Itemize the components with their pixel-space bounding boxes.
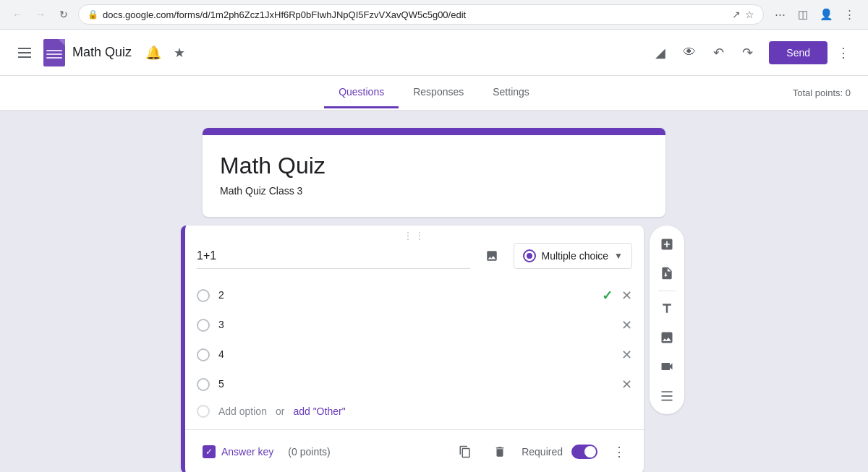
- add-title-button[interactable]: [654, 296, 680, 322]
- add-option-radio-icon: [197, 405, 210, 418]
- options-list: 2 ✓ ✕ 3 ✕ 4 ✕ 5 ✕: [185, 280, 644, 399]
- dropdown-text: Multiple choice: [542, 250, 609, 262]
- more-menu-button[interactable]: ⋮: [830, 40, 856, 66]
- question-type-dropdown[interactable]: Multiple choice ▼: [514, 243, 633, 269]
- radio-empty-icon: [197, 378, 210, 391]
- tool-divider: [658, 291, 676, 291]
- hamburger-lines: [18, 48, 31, 58]
- option-label: 4: [218, 346, 613, 364]
- notifications-button[interactable]: 🔔: [140, 40, 166, 66]
- required-label: Required: [522, 446, 563, 458]
- tabs: Questions Responses Settings: [324, 77, 544, 108]
- tab-questions[interactable]: Questions: [324, 77, 399, 108]
- add-video-button[interactable]: [654, 353, 680, 379]
- delete-button[interactable]: [487, 439, 513, 465]
- add-option-row: Add option or add "Other": [185, 399, 644, 429]
- option-row: 3 ✕: [197, 310, 632, 340]
- main-content: Math Quiz Math Quiz Class 3 ⋮⋮ Multiple …: [0, 111, 868, 472]
- browser-chrome: ← → ↻ 🔒 docs.google.com/forms/d/1m2ph6Zc…: [0, 0, 868, 30]
- points-text: (0 points): [288, 446, 330, 458]
- radio-empty-icon: [197, 289, 210, 302]
- add-image-tool-button[interactable]: [654, 325, 680, 351]
- option-label: 3: [218, 316, 613, 334]
- remove-option-icon[interactable]: ✕: [621, 377, 632, 392]
- chevron-down-icon: ▼: [614, 251, 623, 261]
- forward-button[interactable]: →: [32, 6, 49, 23]
- card-footer: ✓ Answer key (0 points) Required: [185, 429, 644, 472]
- back-button[interactable]: ←: [9, 6, 26, 23]
- preview-button[interactable]: 👁: [676, 40, 702, 66]
- remove-option-icon[interactable]: ✕: [621, 317, 632, 333]
- remove-option-icon[interactable]: ✕: [621, 347, 632, 363]
- form-title: Math Quiz: [220, 153, 648, 179]
- option-row: 5 ✕: [197, 369, 632, 399]
- forms-logo: [43, 39, 65, 66]
- menu-button[interactable]: [12, 40, 38, 66]
- undo-button[interactable]: ↶: [705, 40, 731, 66]
- total-points: Total points: 0: [793, 87, 851, 98]
- option-row: 2 ✓ ✕: [197, 280, 632, 310]
- tab-responses[interactable]: Responses: [399, 77, 478, 108]
- duplicate-button[interactable]: [452, 439, 478, 465]
- cast-icon[interactable]: ⋯: [770, 4, 790, 25]
- doc-icon-lines: [43, 44, 65, 61]
- star-button[interactable]: ★: [166, 40, 192, 66]
- add-section-button[interactable]: [654, 382, 680, 408]
- palette-button[interactable]: ◢: [647, 40, 673, 66]
- extensions-icon[interactable]: ◫: [793, 4, 813, 25]
- reload-button[interactable]: ↻: [55, 6, 72, 23]
- remove-option-icon[interactable]: ✕: [621, 288, 632, 304]
- checkbox-icon: ✓: [203, 445, 216, 458]
- question-input[interactable]: [197, 244, 470, 269]
- or-text: or: [276, 406, 284, 417]
- url-text: docs.google.com/forms/d/1m2ph6Zcz1JxHf6R…: [103, 9, 728, 20]
- redo-button[interactable]: ↷: [734, 40, 760, 66]
- share-icon: ↗: [732, 9, 741, 20]
- app-header: Math Quiz 🔔 ★ ◢ 👁 ↶ ↷ Send ⋮: [0, 30, 868, 76]
- question-card-wrapper: ⋮⋮ Multiple choice ▼: [181, 226, 687, 472]
- header-right: ◢ 👁 ↶ ↷ Send ⋮: [647, 40, 856, 66]
- correct-check-icon: ✓: [602, 288, 613, 304]
- add-option-text[interactable]: Add option: [218, 406, 267, 417]
- required-toggle[interactable]: [571, 445, 597, 459]
- more-options-icon[interactable]: ⋮: [839, 4, 859, 25]
- import-questions-button[interactable]: [654, 260, 680, 286]
- option-row: 4 ✕: [197, 340, 632, 369]
- address-bar[interactable]: 🔒 docs.google.com/forms/d/1m2ph6Zcz1JxHf…: [78, 4, 764, 25]
- sidebar-tools: [650, 226, 684, 414]
- answer-key-button[interactable]: ✓ Answer key: [197, 441, 279, 463]
- app-title: Math Quiz: [72, 45, 132, 60]
- tabs-bar: Questions Responses Settings Total point…: [0, 76, 868, 111]
- profile-icon[interactable]: 👤: [816, 4, 836, 25]
- add-image-button[interactable]: [479, 243, 505, 269]
- add-question-button[interactable]: [654, 231, 680, 257]
- form-header-card: Math Quiz Math Quiz Class 3: [203, 128, 665, 217]
- send-button[interactable]: Send: [769, 41, 827, 64]
- radio-filled-icon: [523, 249, 536, 262]
- answer-key-label: Answer key: [221, 446, 273, 458]
- form-subtitle: Math Quiz Class 3: [220, 185, 648, 197]
- add-other-link[interactable]: add "Other": [293, 406, 345, 417]
- question-top: Multiple choice ▼: [185, 243, 644, 280]
- browser-actions: ⋯ ◫ 👤 ⋮: [770, 4, 859, 25]
- radio-empty-icon: [197, 319, 210, 332]
- drag-handle[interactable]: ⋮⋮: [185, 226, 644, 243]
- more-options-button[interactable]: ⋮: [606, 439, 632, 465]
- bookmark-icon: ☆: [745, 9, 754, 20]
- browser-toolbar: ← → ↻ 🔒 docs.google.com/forms/d/1m2ph6Zc…: [0, 0, 868, 29]
- option-label: 2: [218, 286, 593, 304]
- tab-settings[interactable]: Settings: [478, 77, 544, 108]
- lock-icon: 🔒: [88, 9, 98, 20]
- radio-empty-icon: [197, 348, 210, 361]
- question-card: ⋮⋮ Multiple choice ▼: [181, 226, 644, 472]
- option-label: 5: [218, 375, 613, 393]
